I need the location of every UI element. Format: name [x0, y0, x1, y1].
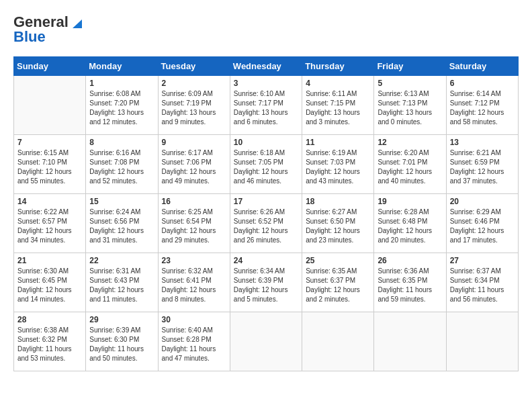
day-number: 30: [162, 315, 226, 324]
day-info: Sunrise: 6:34 AM Sunset: 6:39 PM Dayligh…: [234, 267, 298, 304]
day-info: Sunrise: 6:15 AM Sunset: 7:10 PM Dayligh…: [17, 148, 82, 186]
calendar-cell: 18Sunrise: 6:27 AM Sunset: 6:50 PM Dayli…: [302, 194, 374, 253]
day-info: Sunrise: 6:24 AM Sunset: 6:56 PM Dayligh…: [89, 208, 154, 245]
calendar-cell: 23Sunrise: 6:32 AM Sunset: 6:41 PM Dayli…: [158, 253, 230, 312]
day-info: Sunrise: 6:36 AM Sunset: 6:35 PM Dayligh…: [378, 267, 442, 304]
calendar-cell: 17Sunrise: 6:26 AM Sunset: 6:52 PM Dayli…: [230, 194, 302, 253]
day-number: 6: [450, 79, 515, 88]
calendar-cell: 5Sunrise: 6:13 AM Sunset: 7:13 PM Daylig…: [374, 76, 446, 135]
day-number: 23: [162, 256, 226, 265]
day-info: Sunrise: 6:35 AM Sunset: 6:37 PM Dayligh…: [306, 267, 370, 304]
day-info: Sunrise: 6:26 AM Sunset: 6:52 PM Dayligh…: [234, 208, 298, 245]
calendar-cell: 8Sunrise: 6:16 AM Sunset: 7:08 PM Daylig…: [86, 135, 158, 194]
logo-icon: [70, 16, 82, 28]
calendar-cell: 15Sunrise: 6:24 AM Sunset: 6:56 PM Dayli…: [86, 194, 158, 253]
weekday-header-thursday: Thursday: [302, 57, 374, 76]
calendar-cell: 20Sunrise: 6:29 AM Sunset: 6:46 PM Dayli…: [446, 194, 518, 253]
calendar-cell: [230, 312, 302, 371]
day-info: Sunrise: 6:10 AM Sunset: 7:17 PM Dayligh…: [234, 89, 298, 127]
calendar-cell: 28Sunrise: 6:38 AM Sunset: 6:32 PM Dayli…: [14, 312, 86, 371]
svg-marker-0: [73, 19, 82, 28]
day-number: 24: [234, 256, 298, 265]
calendar-cell: 10Sunrise: 6:18 AM Sunset: 7:05 PM Dayli…: [230, 135, 302, 194]
calendar-cell: 12Sunrise: 6:20 AM Sunset: 7:01 PM Dayli…: [374, 135, 446, 194]
calendar-week-row: 7Sunrise: 6:15 AM Sunset: 7:10 PM Daylig…: [14, 135, 519, 194]
calendar-cell: 22Sunrise: 6:31 AM Sunset: 6:43 PM Dayli…: [86, 253, 158, 312]
day-info: Sunrise: 6:11 AM Sunset: 7:15 PM Dayligh…: [306, 89, 370, 127]
page-header: General Blue: [13, 13, 519, 46]
day-number: 2: [162, 79, 226, 88]
day-number: 8: [89, 138, 154, 147]
calendar-cell: 14Sunrise: 6:22 AM Sunset: 6:57 PM Dayli…: [14, 194, 86, 253]
calendar-cell: 30Sunrise: 6:40 AM Sunset: 6:28 PM Dayli…: [158, 312, 230, 371]
calendar-table: SundayMondayTuesdayWednesdayThursdayFrid…: [13, 56, 519, 371]
day-info: Sunrise: 6:20 AM Sunset: 7:01 PM Dayligh…: [378, 148, 442, 186]
day-info: Sunrise: 6:28 AM Sunset: 6:48 PM Dayligh…: [378, 208, 442, 245]
day-info: Sunrise: 6:22 AM Sunset: 6:57 PM Dayligh…: [17, 208, 82, 245]
day-info: Sunrise: 6:16 AM Sunset: 7:08 PM Dayligh…: [89, 148, 154, 186]
calendar-cell: 29Sunrise: 6:39 AM Sunset: 6:30 PM Dayli…: [86, 312, 158, 371]
day-info: Sunrise: 6:19 AM Sunset: 7:03 PM Dayligh…: [306, 148, 370, 186]
day-number: 28: [17, 315, 82, 324]
day-info: Sunrise: 6:17 AM Sunset: 7:06 PM Dayligh…: [162, 148, 226, 186]
day-number: 1: [89, 79, 154, 88]
calendar-week-row: 21Sunrise: 6:30 AM Sunset: 6:45 PM Dayli…: [14, 253, 519, 312]
calendar-cell: 19Sunrise: 6:28 AM Sunset: 6:48 PM Dayli…: [374, 194, 446, 253]
calendar-cell: 9Sunrise: 6:17 AM Sunset: 7:06 PM Daylig…: [158, 135, 230, 194]
calendar-cell: 24Sunrise: 6:34 AM Sunset: 6:39 PM Dayli…: [230, 253, 302, 312]
calendar-cell: 4Sunrise: 6:11 AM Sunset: 7:15 PM Daylig…: [302, 76, 374, 135]
calendar-week-row: 28Sunrise: 6:38 AM Sunset: 6:32 PM Dayli…: [14, 312, 519, 371]
weekday-header-monday: Monday: [86, 57, 158, 76]
day-number: 20: [450, 197, 515, 206]
calendar-cell: 3Sunrise: 6:10 AM Sunset: 7:17 PM Daylig…: [230, 76, 302, 135]
calendar-cell: 1Sunrise: 6:08 AM Sunset: 7:20 PM Daylig…: [86, 76, 158, 135]
day-info: Sunrise: 6:39 AM Sunset: 6:30 PM Dayligh…: [89, 326, 154, 363]
day-number: 21: [17, 256, 82, 265]
day-number: 19: [378, 197, 442, 206]
calendar-cell: [446, 312, 518, 371]
calendar-cell: 6Sunrise: 6:14 AM Sunset: 7:12 PM Daylig…: [446, 76, 518, 135]
day-number: 22: [89, 256, 154, 265]
weekday-header-sunday: Sunday: [14, 57, 86, 76]
calendar-week-row: 1Sunrise: 6:08 AM Sunset: 7:20 PM Daylig…: [14, 76, 519, 135]
calendar-cell: [14, 76, 86, 135]
day-number: 17: [234, 197, 298, 206]
day-number: 13: [450, 138, 515, 147]
calendar-cell: 27Sunrise: 6:37 AM Sunset: 6:34 PM Dayli…: [446, 253, 518, 312]
calendar-cell: 25Sunrise: 6:35 AM Sunset: 6:37 PM Dayli…: [302, 253, 374, 312]
calendar-cell: 7Sunrise: 6:15 AM Sunset: 7:10 PM Daylig…: [14, 135, 86, 194]
day-number: 7: [17, 138, 82, 147]
day-number: 26: [378, 256, 442, 265]
day-number: 3: [234, 79, 298, 88]
weekday-header-row: SundayMondayTuesdayWednesdayThursdayFrid…: [14, 57, 519, 76]
calendar-body: 1Sunrise: 6:08 AM Sunset: 7:20 PM Daylig…: [14, 76, 519, 371]
day-info: Sunrise: 6:21 AM Sunset: 6:59 PM Dayligh…: [450, 148, 515, 186]
calendar-cell: [302, 312, 374, 371]
calendar-cell: 26Sunrise: 6:36 AM Sunset: 6:35 PM Dayli…: [374, 253, 446, 312]
calendar-cell: 13Sunrise: 6:21 AM Sunset: 6:59 PM Dayli…: [446, 135, 518, 194]
day-number: 5: [378, 79, 442, 88]
day-number: 14: [17, 197, 82, 206]
calendar-cell: 16Sunrise: 6:25 AM Sunset: 6:54 PM Dayli…: [158, 194, 230, 253]
logo-blue: Blue: [13, 28, 46, 46]
day-number: 27: [450, 256, 515, 265]
weekday-header-wednesday: Wednesday: [230, 57, 302, 76]
weekday-header-friday: Friday: [374, 57, 446, 76]
day-info: Sunrise: 6:25 AM Sunset: 6:54 PM Dayligh…: [162, 208, 226, 245]
day-info: Sunrise: 6:40 AM Sunset: 6:28 PM Dayligh…: [162, 326, 226, 363]
day-info: Sunrise: 6:08 AM Sunset: 7:20 PM Dayligh…: [89, 89, 154, 127]
day-number: 15: [89, 197, 154, 206]
weekday-header-tuesday: Tuesday: [158, 57, 230, 76]
logo: General Blue: [13, 13, 82, 46]
day-info: Sunrise: 6:27 AM Sunset: 6:50 PM Dayligh…: [306, 208, 370, 245]
day-info: Sunrise: 6:38 AM Sunset: 6:32 PM Dayligh…: [17, 326, 82, 363]
weekday-header-saturday: Saturday: [446, 57, 518, 76]
day-number: 11: [306, 138, 370, 147]
calendar-cell: 2Sunrise: 6:09 AM Sunset: 7:19 PM Daylig…: [158, 76, 230, 135]
calendar-cell: 11Sunrise: 6:19 AM Sunset: 7:03 PM Dayli…: [302, 135, 374, 194]
day-info: Sunrise: 6:18 AM Sunset: 7:05 PM Dayligh…: [234, 148, 298, 186]
day-info: Sunrise: 6:32 AM Sunset: 6:41 PM Dayligh…: [162, 267, 226, 304]
day-info: Sunrise: 6:29 AM Sunset: 6:46 PM Dayligh…: [450, 208, 515, 245]
day-info: Sunrise: 6:30 AM Sunset: 6:45 PM Dayligh…: [17, 267, 82, 304]
day-number: 10: [234, 138, 298, 147]
